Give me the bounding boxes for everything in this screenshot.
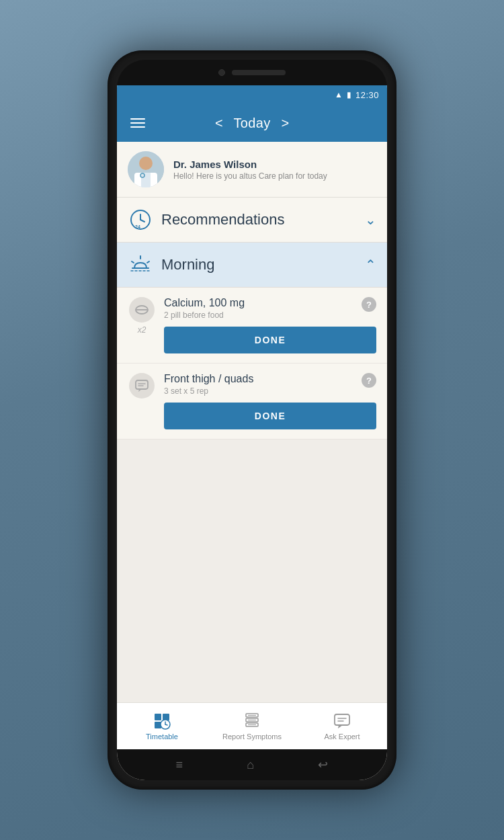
phone-top-decorations <box>117 60 387 85</box>
status-bar: ▲ ▮ 12:30 <box>117 85 387 104</box>
medication-item-calcium: x2 Calcium, 100 mg 2 pill before food ? … <box>117 288 387 364</box>
battery-icon: ▮ <box>347 90 351 99</box>
help-icon-exercise[interactable]: ? <box>362 373 376 388</box>
android-menu-button[interactable]: ≡ <box>176 758 183 772</box>
morning-section-header[interactable]: Morning ⌃ <box>117 243 387 288</box>
android-back-button[interactable]: ↩ <box>318 757 328 772</box>
timetable-label: Timetable <box>146 732 178 741</box>
content-scroll-area[interactable]: Dr. James Wilson Hello! Here is you altu… <box>117 142 387 702</box>
ask-expert-label: Ask Expert <box>324 732 360 741</box>
timetable-icon <box>153 712 171 730</box>
screen: ▲ ▮ 12:30 < Today > <box>117 85 387 780</box>
med-item-left-exercise <box>128 373 156 398</box>
doctor-message: Hello! Here is you altus Care plan for t… <box>173 171 327 181</box>
medication-item-exercise: Front thigh / quads 3 set x 5 rep ? DONE <box>117 364 387 439</box>
next-day-button[interactable]: > <box>281 116 289 131</box>
prev-day-button[interactable]: < <box>215 116 223 131</box>
doctor-name: Dr. James Wilson <box>173 159 327 170</box>
android-home-button[interactable]: ⌂ <box>247 758 254 772</box>
bottom-navigation: Timetable <box>117 702 387 749</box>
recommendations-section-header[interactable]: 24 Recommendations ⌄ <box>117 198 387 243</box>
ask-expert-icon <box>333 712 351 730</box>
med-name-exercise: Front thigh / quads <box>164 373 253 385</box>
nav-center: < Today > <box>215 116 289 131</box>
morning-chevron-icon: ⌃ <box>365 257 376 273</box>
front-camera <box>218 69 225 76</box>
med-count-label: x2 <box>138 325 146 335</box>
phone-inner: ▲ ▮ 12:30 < Today > <box>117 60 387 780</box>
svg-line-10 <box>147 261 149 263</box>
nav-item-report-symptoms[interactable]: Report Symptoms <box>207 707 297 746</box>
signal-icon: ▲ <box>335 90 343 99</box>
svg-line-7 <box>140 220 144 222</box>
med-desc-calcium: 2 pill before food <box>164 310 245 320</box>
phone-frame: ▲ ▮ 12:30 < Today > <box>108 50 396 790</box>
med-item-header-exercise: Front thigh / quads 3 set x 5 rep ? <box>164 373 376 396</box>
svg-text:24: 24 <box>135 224 140 229</box>
svg-rect-20 <box>155 714 161 720</box>
clock24-icon: 24 <box>128 207 153 233</box>
hamburger-menu-button[interactable] <box>130 118 145 128</box>
med-info-calcium: Calcium, 100 mg 2 pill before food <box>164 297 245 320</box>
speaker-grille <box>232 70 286 75</box>
status-time: 12:30 <box>355 90 379 100</box>
med-info-exercise: Front thigh / quads 3 set x 5 rep <box>164 373 253 396</box>
done-button-exercise[interactable]: DONE <box>164 403 376 429</box>
page-title: Today <box>234 116 271 131</box>
med-item-body-exercise: Front thigh / quads 3 set x 5 rep ? DONE <box>164 373 376 429</box>
med-item-header-calcium: Calcium, 100 mg 2 pill before food ? <box>164 297 376 320</box>
exercise-icon <box>129 373 155 398</box>
doctor-card: Dr. James Wilson Hello! Here is you altu… <box>117 142 387 198</box>
med-name-calcium: Calcium, 100 mg <box>164 297 245 309</box>
report-symptoms-label: Report Symptoms <box>222 732 282 741</box>
med-desc-exercise: 3 set x 5 rep <box>164 386 253 396</box>
pill-icon <box>129 297 155 323</box>
doctor-info: Dr. James Wilson Hello! Here is you altu… <box>173 159 327 181</box>
svg-rect-3 <box>141 173 151 187</box>
android-nav-bar: ≡ ⌂ ↩ <box>117 749 387 780</box>
morning-title: Morning <box>161 256 365 274</box>
sunrise-icon <box>128 252 153 278</box>
done-button-calcium[interactable]: DONE <box>164 327 376 353</box>
recommendations-chevron-icon: ⌄ <box>365 212 376 228</box>
report-symptoms-icon <box>243 712 261 730</box>
med-item-body-calcium: Calcium, 100 mg 2 pill before food ? DON… <box>164 297 376 353</box>
svg-line-26 <box>165 724 167 725</box>
svg-line-11 <box>132 261 134 263</box>
nav-item-timetable[interactable]: Timetable <box>117 707 207 746</box>
recommendations-title: Recommendations <box>161 211 365 228</box>
svg-rect-33 <box>335 714 349 725</box>
help-icon-calcium[interactable]: ? <box>362 297 376 312</box>
med-item-left-calcium: x2 <box>128 297 156 335</box>
app-bar: < Today > <box>117 104 387 142</box>
nav-item-ask-expert[interactable]: Ask Expert <box>297 707 387 746</box>
svg-rect-17 <box>136 380 148 389</box>
avatar <box>128 151 164 187</box>
svg-point-1 <box>139 157 153 170</box>
